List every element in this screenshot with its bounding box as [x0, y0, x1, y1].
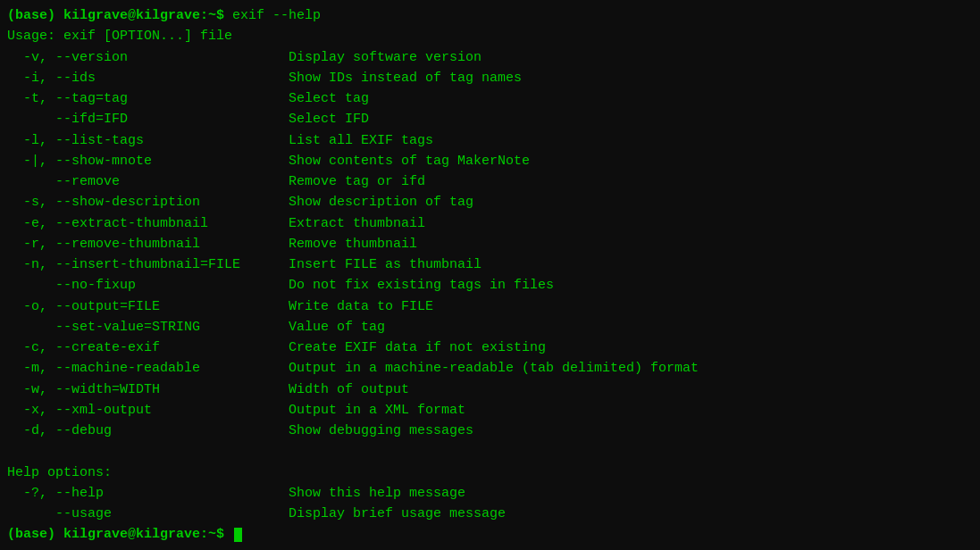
- opt-set-value: --set-value=STRING Value of tag: [7, 317, 973, 338]
- prompt-prefix: (base) kilgrave@kilgrave:~$: [7, 8, 224, 23]
- prompt-end-prefix: (base) kilgrave@kilgrave:~$: [7, 527, 224, 542]
- prompt-end-line: (base) kilgrave@kilgrave:~$: [7, 524, 973, 545]
- opt-help: -?, --help Show this help message: [7, 483, 973, 504]
- blank-line: [7, 441, 973, 462]
- opt-ids: -i, --ids Show IDs instead of tag names: [7, 68, 973, 88]
- opt-usage: --usage Display brief usage message: [7, 504, 973, 524]
- opt-insert-thumbnail: -n, --insert-thumbnail=FILE Insert FILE …: [7, 254, 973, 275]
- opt-version: -v, --version Display software version: [7, 47, 973, 68]
- opt-debug: -d, --debug Show debugging messages: [7, 421, 973, 441]
- opt-no-fixup: --no-fixup Do not fix existing tags in f…: [7, 275, 973, 296]
- opt-tag: -t, --tag=tag Select tag: [7, 88, 973, 109]
- opt-machine-readable: -m, --machine-readable Output in a machi…: [7, 358, 973, 379]
- opt-create-exif: -c, --create-exif Create EXIF data if no…: [7, 338, 973, 358]
- terminal-cursor: [234, 528, 242, 542]
- opt-xml-output: -x, --xml-output Output in a XML format: [7, 400, 973, 421]
- opt-output: -o, --output=FILE Write data to FILE: [7, 296, 973, 317]
- usage-line: Usage: exif [OPTION...] file: [7, 26, 973, 46]
- opt-width: -w, --width=WIDTH Width of output: [7, 379, 973, 400]
- opt-extract-thumbnail: -e, --extract-thumbnail Extract thumbnai…: [7, 213, 973, 234]
- opt-show-mnote: -|, --show-mnote Show contents of tag Ma…: [7, 151, 973, 171]
- opt-remove-thumbnail: -r, --remove-thumbnail Remove thumbnail: [7, 234, 973, 254]
- terminal-window[interactable]: (base) kilgrave@kilgrave:~$ exif --help …: [0, 0, 980, 550]
- help-options-header: Help options:: [7, 462, 973, 483]
- prompt-command-line: (base) kilgrave@kilgrave:~$ exif --help: [7, 5, 973, 26]
- opt-remove-tag: --remove Remove tag or ifd: [7, 171, 973, 192]
- opt-show-description: -s, --show-description Show description …: [7, 192, 973, 212]
- opt-ifd: --ifd=IFD Select IFD: [7, 109, 973, 129]
- opt-list-tags: -l, --list-tags List all EXIF tags: [7, 130, 973, 151]
